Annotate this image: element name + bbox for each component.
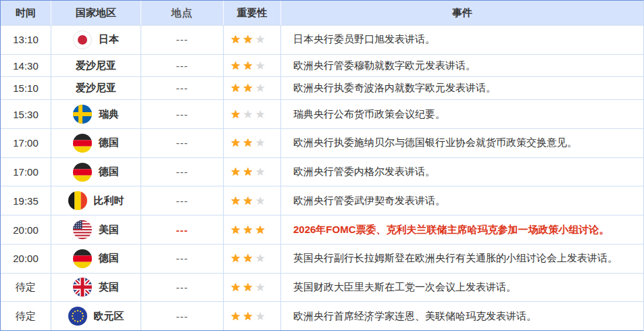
star-filled-icon: ★ (230, 60, 241, 72)
event-cell: 英国财政大臣里夫斯在工党一次会议上发表讲话。 (281, 274, 643, 302)
header-time: 时间 (1, 1, 51, 25)
location-cell: --- (141, 215, 224, 244)
location-cell: --- (141, 274, 224, 302)
header-location: 地点 (141, 1, 224, 25)
event-cell: 欧洲央行首席经济学家连恩、美联储哈玛克发表讲话。 (281, 302, 643, 330)
table-body: 13:10 日本 --- ★★★ 日本央行委员野口旭发表讲话。 14:30 爱沙… (1, 26, 643, 330)
location-cell: --- (141, 77, 224, 99)
location-cell: --- (141, 100, 224, 128)
de-flag-icon (73, 134, 92, 153)
be-flag-icon (68, 191, 87, 210)
gb-flag-icon (73, 278, 92, 297)
table-header-row: 时间 国家地区 地点 重要性 事件 (1, 1, 643, 26)
jp-flag-icon (73, 30, 92, 49)
star-empty-icon: ★ (243, 109, 253, 120)
country-cell: 爱沙尼亚 (51, 77, 141, 99)
time-cell: 15:30 (1, 100, 51, 128)
time-cell: 待定 (1, 302, 51, 330)
country-label: 英国 (99, 281, 119, 294)
country-cell: 瑞典 (51, 100, 141, 128)
table-row: 17:00 德国 --- ★★★ 欧洲央行管委内格尔发表讲话。 (1, 158, 643, 187)
importance-stars: ★★★ (224, 215, 281, 244)
location-cell: --- (141, 245, 224, 273)
time-cell: 待定 (1, 274, 51, 302)
star-empty-icon: ★ (255, 137, 266, 149)
event-cell: 欧洲央行管委内格尔发表讲话。 (281, 158, 643, 186)
table-row: 待定 英国 --- ★★★ 英国财政大臣里夫斯在工党一次会议上发表讲话。 (1, 274, 643, 303)
location-cell: --- (141, 186, 224, 215)
de-flag-icon (73, 163, 92, 182)
star-filled-icon: ★ (243, 137, 253, 149)
country-label: 欧元区 (94, 310, 124, 323)
time-cell: 17:00 (1, 158, 51, 186)
star-empty-icon: ★ (255, 311, 266, 322)
event-cell: 欧洲央行执委施纳贝尔与德国银行业协会就货币政策交换意见。 (281, 129, 643, 157)
country-cell: 美国 (51, 215, 141, 244)
star-empty-icon: ★ (255, 253, 266, 264)
header-importance: 重要性 (224, 1, 281, 25)
location-cell: --- (141, 302, 224, 330)
importance-stars: ★★★ (224, 129, 281, 157)
star-filled-icon: ★ (243, 166, 253, 178)
event-cell: 2026年FOMC票委、克利夫兰联储主席哈玛克参加一场政策小组讨论。 (281, 215, 643, 244)
table-row: 20:00 德国 --- ★★★ 英国央行副行长拉姆斯登在欧洲央行有关通胀的小组… (1, 245, 643, 274)
table-row: 13:10 日本 --- ★★★ 日本央行委员野口旭发表讲话。 (1, 26, 643, 55)
star-filled-icon: ★ (230, 253, 241, 264)
star-filled-icon: ★ (230, 166, 241, 178)
star-empty-icon: ★ (255, 282, 266, 293)
time-cell: 14:30 (1, 55, 51, 77)
table-row: 17:00 德国 --- ★★★ 欧洲央行执委施纳贝尔与德国银行业协会就货币政策… (1, 129, 643, 158)
star-filled-icon: ★ (230, 282, 241, 293)
time-cell: 20:00 (1, 245, 51, 273)
table-row: 待定 欧元区 --- ★★★ 欧洲央行首席经济学家连恩、美联储哈玛克发表讲话。 (1, 302, 643, 330)
us-flag-icon (73, 220, 92, 239)
table-row: 20:00 美国 --- ★★★ 2026年FOMC票委、克利夫兰联储主席哈玛克… (1, 215, 643, 245)
star-filled-icon: ★ (243, 195, 253, 207)
country-label: 瑞典 (99, 108, 119, 121)
country-cell: 德国 (51, 158, 141, 186)
star-filled-icon: ★ (243, 311, 253, 322)
star-empty-icon: ★ (255, 82, 266, 94)
country-label: 美国 (99, 224, 119, 236)
country-label: 德国 (99, 166, 119, 178)
importance-stars: ★★★ (224, 55, 281, 77)
country-label: 比利时 (94, 195, 124, 207)
star-filled-icon: ★ (230, 224, 241, 236)
star-filled-icon: ★ (230, 34, 241, 45)
star-filled-icon: ★ (243, 34, 253, 45)
event-cell: 欧洲央行管委穆勒就数字欧元发表讲话。 (281, 55, 643, 77)
country-cell: 爱沙尼亚 (51, 55, 141, 77)
star-filled-icon: ★ (243, 60, 253, 72)
star-filled-icon: ★ (230, 82, 241, 94)
economic-calendar-table: 时间 国家地区 地点 重要性 事件 13:10 日本 --- ★★★ 日本央行委… (0, 0, 644, 331)
star-empty-icon: ★ (255, 166, 266, 178)
star-empty-icon: ★ (255, 195, 266, 207)
importance-stars: ★★★ (224, 158, 281, 186)
star-filled-icon: ★ (230, 311, 241, 322)
country-cell: 德国 (51, 245, 141, 273)
star-filled-icon: ★ (230, 195, 241, 207)
star-empty-icon: ★ (255, 34, 266, 45)
country-label: 德国 (99, 136, 119, 149)
location-cell: --- (141, 55, 224, 77)
importance-stars: ★★★ (224, 26, 281, 54)
event-cell: 欧洲央行管委武伊契奇发表讲话。 (281, 186, 643, 215)
star-filled-icon: ★ (230, 137, 241, 149)
country-label: 德国 (99, 252, 119, 265)
country-cell: 比利时 (51, 186, 141, 215)
event-cell: 英国央行副行长拉姆斯登在欧洲央行有关通胀的小组讨论会上发表讲话。 (281, 245, 643, 273)
time-cell: 13:10 (1, 26, 51, 54)
country-cell: 日本 (51, 26, 141, 54)
country-label: 日本 (99, 33, 119, 46)
se-flag-icon (73, 105, 92, 124)
table-row: 14:30 爱沙尼亚 --- ★★★ 欧洲央行管委穆勒就数字欧元发表讲话。 (1, 55, 643, 78)
importance-stars: ★★★ (224, 245, 281, 273)
importance-stars: ★★★ (224, 100, 281, 128)
country-cell: 英国 (51, 274, 141, 302)
star-empty-icon: ★ (255, 60, 266, 72)
eu-flag-icon (68, 307, 87, 326)
location-cell: --- (141, 158, 224, 186)
header-event: 事件 (281, 1, 643, 25)
table-row: 15:30 瑞典 --- ★★★ 瑞典央行公布货币政策会议纪要。 (1, 100, 643, 129)
importance-stars: ★★★ (224, 186, 281, 215)
